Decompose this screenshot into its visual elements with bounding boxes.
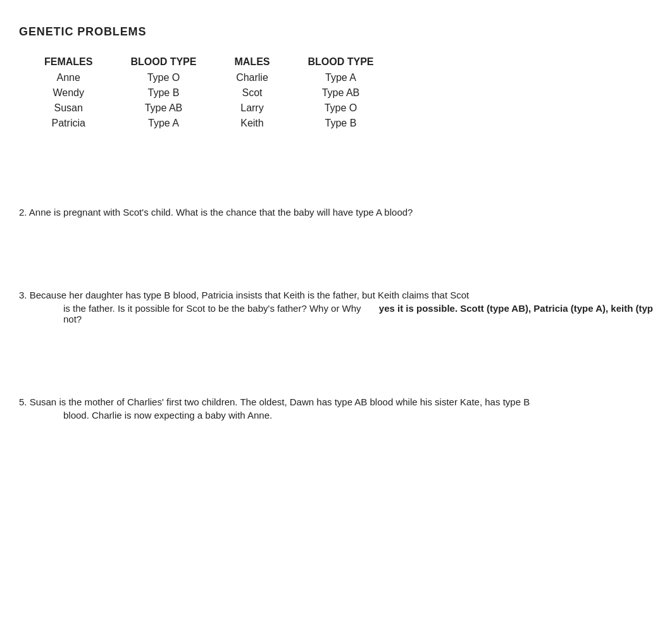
female-name: Anne <box>25 70 111 85</box>
blood-type-table: FEMALES BLOOD TYPE MALES BLOOD TYPE Anne… <box>19 54 653 131</box>
answer-text: yes it is possible. Scott (type AB), Pat… <box>379 303 653 314</box>
female-blood-type: Type A <box>111 116 215 131</box>
col-blood-type-males-header: BLOOD TYPE <box>289 54 392 70</box>
col-females-header: FEMALES <box>25 54 111 70</box>
female-blood-type: Type O <box>111 70 215 85</box>
question-block: 2. Anne is pregnant with Scot's child. W… <box>19 207 653 271</box>
female-blood-type: Type B <box>111 85 215 101</box>
question-text: 5. Susan is the mother of Charlies' firs… <box>19 396 653 407</box>
questions-container: 2. Anne is pregnant with Scot's child. W… <box>19 207 653 474</box>
table-row: Wendy Type B Scot Type AB <box>25 85 392 101</box>
question-text2: blood. Charlie is now expecting a baby w… <box>63 410 653 421</box>
male-name: Larry <box>215 101 289 116</box>
col-males-header: MALES <box>215 54 289 70</box>
col-blood-type-females-header: BLOOD TYPE <box>111 54 215 70</box>
female-name: Wendy <box>25 85 111 101</box>
question-text2: is the father. Is it possible for Scot t… <box>63 303 366 324</box>
male-name: Keith <box>215 116 289 131</box>
male-name: Scot <box>215 85 289 101</box>
table-row: Patricia Type A Keith Type B <box>25 116 392 131</box>
male-name: Charlie <box>215 70 289 85</box>
female-name: Patricia <box>25 116 111 131</box>
male-blood-type: Type B <box>289 116 392 131</box>
table-row: Susan Type AB Larry Type O <box>25 101 392 116</box>
male-blood-type: Type O <box>289 101 392 116</box>
page-title: GENETIC PROBLEMS <box>19 25 653 39</box>
question-block: 3. Because her daughter has type B blood… <box>19 290 653 378</box>
male-blood-type: Type AB <box>289 85 392 101</box>
male-blood-type: Type A <box>289 70 392 85</box>
question-text: 3. Because her daughter has type B blood… <box>19 290 653 300</box>
female-blood-type: Type AB <box>111 101 215 116</box>
question-block: 5. Susan is the mother of Charlies' firs… <box>19 396 653 474</box>
female-name: Susan <box>25 101 111 116</box>
table-row: Anne Type O Charlie Type A <box>25 70 392 85</box>
question-text: 2. Anne is pregnant with Scot's child. W… <box>19 207 653 218</box>
